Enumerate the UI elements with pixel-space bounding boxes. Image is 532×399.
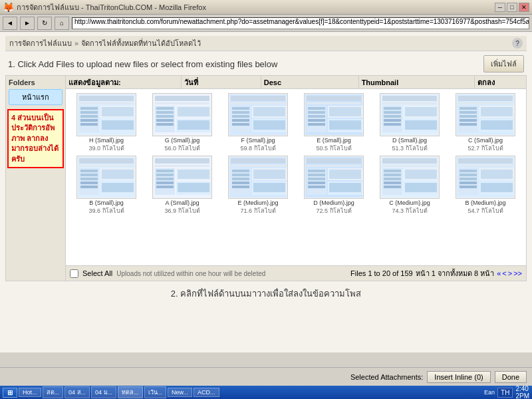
svg-rect-154 [460, 182, 477, 184]
file-thumb-item[interactable]: E (Medium).jpg 71.6 กิโลไบต์ [221, 156, 295, 215]
svg-rect-10 [102, 120, 134, 130]
thumb-filename: A (Small).jpg [165, 200, 199, 206]
taskbar-item-2[interactable]: 04 ส... [65, 386, 90, 398]
svg-rect-101 [178, 183, 209, 192]
svg-rect-36 [253, 120, 285, 130]
svg-rect-58 [384, 107, 401, 110]
browser-toolbar: ◄ ► ↻ ⌂ http://www.thaitritonclub.com/fo… [0, 15, 532, 32]
svg-rect-75 [481, 120, 513, 130]
main-area: Folders หน้าแรก 4 ส่วนบนเป็นประวัติการอั… [5, 75, 527, 281]
taskbar-item-6[interactable]: New... [168, 388, 192, 397]
svg-rect-113 [253, 170, 285, 179]
thumb-image [228, 156, 288, 199]
svg-rect-9 [102, 107, 134, 116]
thumb-image [152, 156, 212, 199]
file-thumb-item[interactable]: A (Small).jpg 36.9 กิโลไบต์ [146, 156, 219, 215]
taskbar-item-5[interactable]: เว้น... [144, 386, 167, 398]
file-thumb-item[interactable]: E (Small).jpg 50.5 กิโลไบต์ [297, 93, 370, 153]
thumb-image [456, 156, 515, 199]
svg-rect-62 [405, 120, 437, 130]
file-thumb-item[interactable]: F (Small).jpg 59.8 กิโลไบต์ [221, 93, 295, 153]
nav-prev-button[interactable]: < [502, 269, 506, 277]
file-thumb-item[interactable]: B (Small).jpg 39.6 กิโลไบต์ [70, 156, 143, 215]
col-thumb[interactable]: Thumbnail [359, 76, 475, 88]
svg-rect-12 [80, 123, 98, 126]
svg-rect-116 [232, 186, 249, 188]
step1-row: 1. Click Add Files to upload new files o… [5, 51, 527, 75]
svg-rect-41 [307, 102, 361, 104]
svg-rect-114 [253, 183, 285, 192]
svg-rect-126 [329, 170, 361, 179]
svg-rect-8 [80, 115, 98, 118]
svg-rect-115 [232, 182, 249, 184]
svg-rect-85 [80, 174, 98, 176]
col-desc[interactable]: Desc [261, 76, 359, 88]
taskbar-item-4[interactable]: ทตล... [118, 386, 143, 398]
window-controls: ─ □ ✕ [495, 3, 529, 12]
refresh-button[interactable]: ↻ [37, 17, 52, 30]
svg-rect-111 [232, 174, 249, 176]
language-indicator: TH [497, 388, 513, 398]
svg-rect-87 [102, 170, 134, 179]
close-button[interactable]: ✕ [519, 3, 529, 12]
address-bar[interactable]: http://www.thaitritonclub.com/forum/newa… [72, 17, 529, 29]
grid-header: แสดงข้อมูลตาม: วันที่ Desc Thumbnail ตกล… [66, 76, 526, 89]
forward-button[interactable]: ► [20, 17, 35, 30]
home-button[interactable]: ⌂ [55, 17, 69, 30]
svg-rect-33 [232, 111, 249, 114]
file-thumb-item[interactable]: D (Small).jpg 51.3 กิโลไบต์ [373, 93, 446, 153]
file-thumb-item[interactable]: G (Small).jpg 56.0 กิโลไบต์ [146, 93, 219, 153]
insert-inline-button[interactable]: Insert Inline (0) [427, 371, 490, 383]
start-button[interactable]: ⊞ [3, 388, 17, 398]
svg-rect-125 [308, 178, 325, 180]
file-count: Files 1 to 20 of 159 [350, 269, 413, 277]
taskbar: ⊞ Hot... สต... 04 ส... 04 ม... ทตล... เว… [0, 386, 532, 399]
svg-rect-112 [232, 178, 249, 180]
file-thumb-item[interactable]: C (Small).jpg 52.7 กิโลไบต์ [449, 93, 522, 153]
nav-first-button[interactable]: « [497, 269, 501, 277]
minimize-button[interactable]: ─ [495, 3, 505, 12]
thumb-image [228, 93, 288, 136]
done-button[interactable]: Done [495, 371, 527, 383]
file-thumb-item[interactable]: B (Medium).jpg 54.7 กิโลไบต์ [449, 156, 522, 215]
svg-rect-22 [178, 107, 209, 116]
svg-rect-149 [460, 170, 477, 172]
file-grid-container: แสดงข้อมูลตาม: วันที่ Desc Thumbnail ตกล… [65, 75, 527, 281]
col-date[interactable]: วันที่ [182, 76, 261, 88]
svg-rect-106 [231, 165, 285, 167]
nav-next-button[interactable]: > [508, 269, 512, 277]
svg-rect-100 [178, 170, 209, 179]
maximize-button[interactable]: □ [507, 3, 517, 12]
svg-rect-136 [384, 170, 401, 172]
file-thumb-item[interactable]: C (Medium).jpg 74.3 กิโลไบต์ [373, 156, 446, 215]
file-thumb-item[interactable]: H (Small).jpg 39.0 กิโลไบต์ [70, 93, 143, 153]
help-icon[interactable]: ? [512, 38, 523, 49]
svg-rect-72 [460, 111, 477, 114]
svg-rect-15 [155, 102, 209, 104]
taskbar-item-1[interactable]: สต... [43, 386, 64, 398]
svg-rect-51 [308, 123, 325, 126]
svg-rect-64 [384, 123, 401, 126]
svg-rect-20 [156, 111, 174, 114]
back-button[interactable]: ◄ [3, 17, 17, 30]
svg-rect-32 [232, 107, 249, 110]
annotation-box: 4 ส่วนบนเป็นประวัติการอัพภาพ ลากลงมากรอบ… [7, 109, 64, 168]
add-file-button[interactable]: เพิ่มไฟล์ [483, 55, 524, 72]
thumb-filename: F (Small).jpg [241, 137, 275, 144]
system-clock: 2:402PM [515, 385, 529, 399]
thumb-filesize: 71.6 กิโลไบต์ [240, 206, 275, 215]
svg-rect-129 [308, 186, 325, 188]
svg-rect-23 [178, 120, 209, 130]
nav-last-button[interactable]: >> [513, 269, 522, 277]
thumb-filesize: 39.0 กิโลไบต์ [88, 144, 124, 153]
svg-rect-1 [79, 96, 134, 101]
svg-rect-28 [231, 102, 285, 104]
file-thumb-item[interactable]: D (Medium).jpg 72.5 กิโลไบต์ [297, 156, 370, 215]
taskbar-item-7[interactable]: ACD... [194, 388, 219, 397]
select-all-checkbox[interactable] [70, 269, 78, 278]
taskbar-right: Ean TH 2:402PM [484, 385, 529, 399]
sidebar-item-home[interactable]: หน้าแรก [9, 89, 63, 105]
taskbar-item-3[interactable]: 04 ม... [91, 386, 116, 398]
thumb-filesize: 54.7 กิโลไบต์ [467, 206, 503, 215]
taskbar-item-0[interactable]: Hot... [19, 388, 41, 397]
